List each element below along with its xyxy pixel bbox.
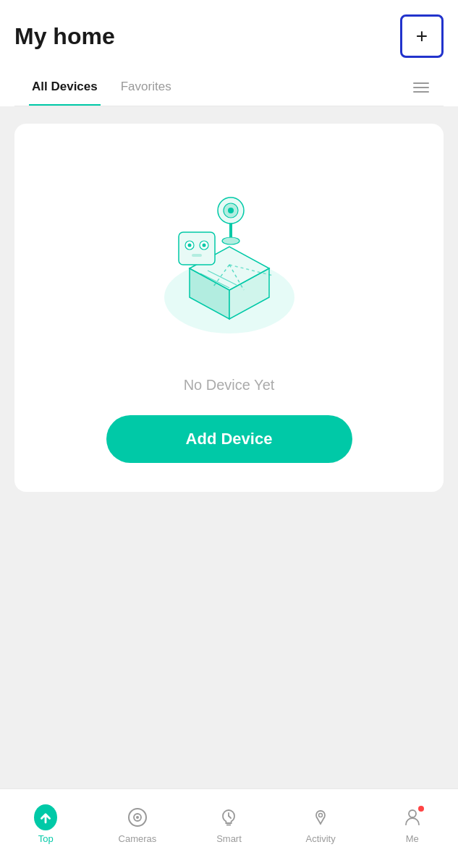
nav-label-activity: Activity [305, 833, 335, 844]
header: My home + All Devices Favorites [0, 0, 458, 106]
header-top: My home + [14, 14, 444, 69]
smart-icon [217, 806, 240, 829]
svg-point-33 [409, 810, 416, 817]
content-area: No Device Yet Add Device [0, 106, 458, 757]
nav-label-top: Top [38, 833, 54, 844]
page-title: My home [14, 23, 115, 50]
nav-label-smart: Smart [216, 833, 242, 844]
add-button[interactable]: + [400, 14, 444, 58]
camera-icon [126, 806, 149, 829]
nav-item-activity[interactable]: Activity [275, 806, 367, 844]
nav-item-smart[interactable]: Smart [183, 806, 275, 844]
add-device-button[interactable]: Add Device [106, 415, 352, 463]
tabs-bar: All Devices Favorites [14, 69, 444, 106]
bottom-nav: Top Cameras Smart [0, 788, 458, 868]
top-icon [34, 806, 57, 829]
nav-item-me[interactable]: Me [366, 806, 458, 844]
no-device-illustration [128, 153, 331, 355]
svg-rect-16 [192, 254, 202, 257]
svg-point-14 [187, 244, 191, 247]
nav-label-me: Me [406, 833, 419, 844]
nav-label-cameras: Cameras [119, 833, 157, 844]
svg-point-27 [136, 816, 139, 819]
me-icon [401, 806, 424, 829]
no-device-label: No Device Yet [184, 377, 275, 393]
svg-line-31 [229, 816, 231, 818]
tab-favorites[interactable]: Favorites [118, 69, 174, 106]
tab-all-devices[interactable]: All Devices [29, 69, 101, 106]
svg-point-15 [202, 244, 205, 247]
tabs-menu-icon[interactable] [413, 82, 429, 93]
device-card: No Device Yet Add Device [14, 124, 444, 492]
svg-point-32 [319, 814, 323, 817]
nav-item-top[interactable]: Top [0, 806, 92, 844]
svg-point-7 [222, 237, 239, 244]
nav-item-cameras[interactable]: Cameras [92, 806, 184, 844]
svg-rect-11 [179, 232, 215, 265]
svg-point-10 [228, 208, 234, 213]
activity-icon [309, 806, 332, 829]
